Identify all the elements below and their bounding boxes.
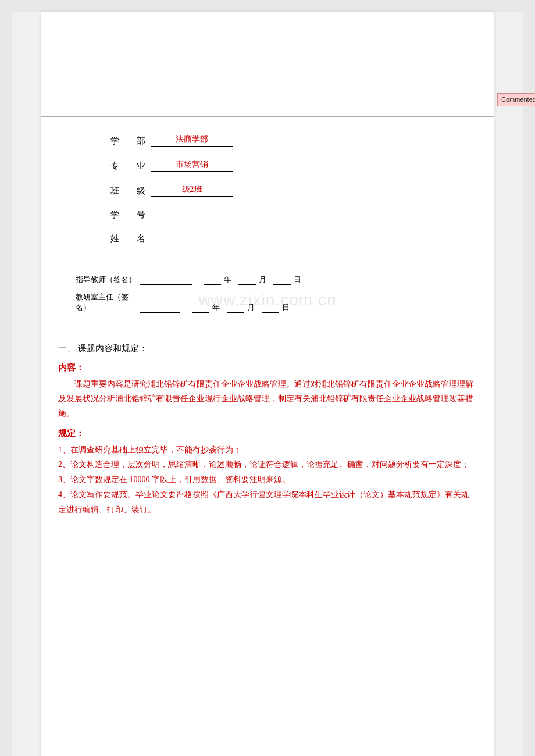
form-section: 学部 法商学部 专业 市场营销 班级 级2班 <box>41 117 494 269</box>
rule-item-1: 1、在调查研究基础上独立完毕，不能有抄袭行为； <box>58 443 477 458</box>
date-month-2: 月 <box>227 302 255 313</box>
sig-label-advisor: 指导教师（签名） <box>76 274 140 285</box>
label-class: 班级 <box>110 186 145 197</box>
signature-section: www.zixin.com.cn 指导教师（签名） 年 月 <box>41 269 494 331</box>
form-fields: 学部 法商学部 专业 市场营销 班级 级2班 <box>76 117 459 269</box>
sig-row-director: 教研室主任（签名） 年 月 日 <box>76 292 477 313</box>
sig-date-director: 年 月 日 <box>192 302 290 313</box>
date-day-1: 日 <box>273 274 301 285</box>
bottom-space <box>41 535 494 651</box>
top-area: Commented [a1]: 自行修改 <box>41 12 494 116</box>
date-day-2: 日 <box>262 302 290 313</box>
main-content-section: 一、 课题内容和规定： 内容： 课题重要内容是研究浦北铅锌矿有限责任企业企业战略… <box>41 331 494 535</box>
form-row-name: 姓名 <box>76 233 459 244</box>
rule-item-3: 3、论文字数规定在 10000 字以上，引用数据、资料要注明来源。 <box>58 472 477 487</box>
rules-title: 规定： <box>58 428 477 439</box>
form-row-major: 专业 市场营销 <box>76 159 459 172</box>
value-major: 市场营销 <box>151 159 233 172</box>
sig-date-advisor: 年 月 日 <box>204 274 301 285</box>
sig-row-advisor: 指导教师（签名） 年 月 日 <box>76 274 477 285</box>
content-paragraph: 课题重要内容是研究浦北铅锌矿有限责任企业企业战略管理。通过对浦北铅锌矿有限责任企… <box>58 377 477 421</box>
comment-label: Commented [a1]: <box>501 96 535 103</box>
comment-area: Commented [a1]: 自行修改 <box>497 93 535 106</box>
label-dept: 学部 <box>110 135 145 147</box>
sig-label-director: 教研室主任（签名） <box>76 292 140 313</box>
value-class: 级2班 <box>151 184 233 197</box>
date-year-2: 年 <box>192 302 220 313</box>
date-year-1: 年 <box>204 274 231 285</box>
rule-item-4: 4、论文写作要规范。毕业论文要严格按照《广西大学行健文理学院本科生毕业设计（论文… <box>58 487 477 518</box>
sig-line-director <box>140 312 180 313</box>
label-student-id: 学号 <box>110 209 145 220</box>
comment-box: Commented [a1]: 自行修改 <box>497 93 535 106</box>
document: Commented [a1]: 自行修改 学部 法商学部 <box>41 12 494 756</box>
page-container: Commented [a1]: 自行修改 学部 法商学部 <box>12 12 523 756</box>
value-student-id <box>151 219 244 220</box>
form-row-class: 班级 级2班 <box>76 184 459 197</box>
content-title: 内容： <box>58 362 477 373</box>
date-month-1: 月 <box>238 274 266 285</box>
rules-list: 1、在调查研究基础上独立完毕，不能有抄袭行为； 2、论文构造合理，层次分明，思绪… <box>58 443 477 518</box>
value-dept: 法商学部 <box>151 134 233 147</box>
value-name <box>151 243 233 244</box>
section-heading: 一、 课题内容和规定： <box>58 343 477 354</box>
label-major: 专业 <box>110 161 145 172</box>
form-row-student-id: 学号 <box>76 209 459 220</box>
sig-line-advisor <box>140 284 192 285</box>
label-name: 姓名 <box>110 233 145 244</box>
form-row-dept: 学部 法商学部 <box>76 134 459 147</box>
rule-item-2: 2、论文构造合理，层次分明，思绪清晰，论述顺畅，论证符合逻辑，论据充足、确凿，对… <box>58 457 477 472</box>
section-heading-text: 一、 课题内容和规定： <box>58 343 148 354</box>
